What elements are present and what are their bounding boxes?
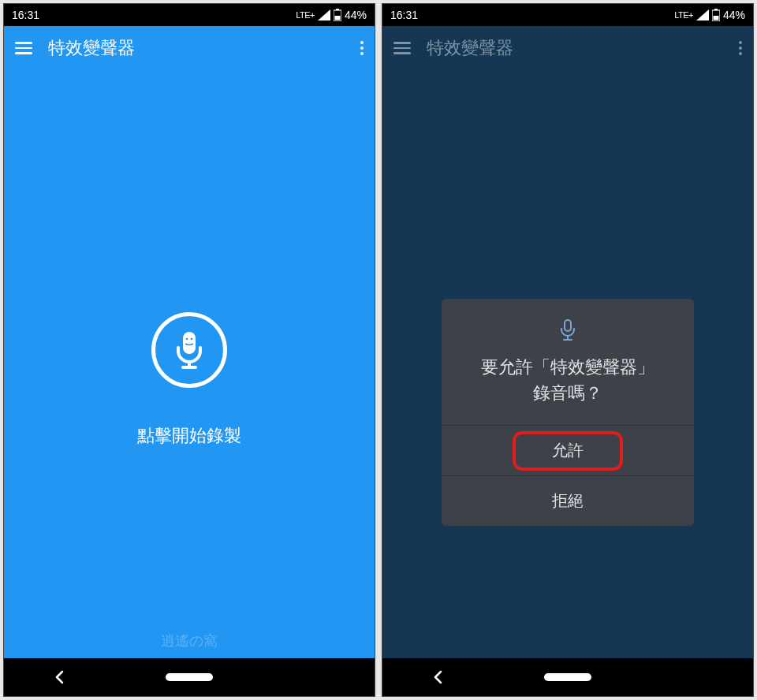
app-title: 特效變聲器 [48,36,345,60]
status-time: 16:31 [390,9,418,21]
microphone-icon [171,330,207,370]
status-right: LTE+ 44% [674,9,745,21]
svg-rect-11 [565,320,571,331]
home-button[interactable] [544,673,591,681]
status-bar: 16:31 LTE+ 44% [382,4,753,26]
back-icon[interactable] [53,670,67,684]
dialog-message-line1: 要允許「特效變聲器」 [481,357,654,377]
status-bar: 16:31 LTE+ 44% [4,4,375,26]
network-label: LTE+ [674,10,693,20]
allow-button[interactable]: 允許 [442,425,694,475]
svg-point-4 [186,338,188,341]
watermark: 逍遙の窩 [161,631,218,650]
app-title: 特效變聲器 [427,36,723,60]
status-time: 16:31 [12,9,39,21]
battery-percent: 44% [345,9,367,21]
svg-rect-1 [336,9,339,10]
allow-label: 允許 [552,441,584,459]
svg-rect-3 [183,332,196,354]
record-button[interactable] [151,312,227,388]
app-bar: 特效變聲器 [382,26,753,70]
deny-label: 拒絕 [552,492,584,509]
svg-rect-2 [334,16,340,20]
svg-rect-9 [714,9,718,10]
deny-button[interactable]: 拒絕 [442,475,694,526]
record-hint: 點擊開始錄製 [137,424,241,448]
svg-rect-10 [713,16,718,20]
permission-dialog: 要允許「特效變聲器」 錄音嗎？ 允許 拒絕 [442,299,694,526]
overflow-menu-icon[interactable] [360,41,364,55]
menu-icon[interactable] [393,42,411,54]
signal-icon [318,9,330,20]
signal-icon [696,9,709,20]
status-right: LTE+ 44% [296,9,367,21]
dialog-message-line2: 錄音嗎？ [533,383,602,403]
svg-point-5 [191,338,193,341]
microphone-icon [559,319,576,341]
phone-screenshot-left: 16:31 LTE+ 44% 特效變聲器 [3,3,375,697]
navigation-bar [382,658,753,696]
network-label: LTE+ [296,10,315,20]
battery-icon [334,9,341,21]
app-body-dimmed: 要允許「特效變聲器」 錄音嗎？ 允許 拒絕 [382,70,753,658]
navigation-bar [4,658,375,696]
battery-percent: 44% [723,9,745,21]
phone-screenshot-right: 16:31 LTE+ 44% 特效變聲器 [382,3,754,697]
menu-icon[interactable] [15,42,32,54]
back-icon[interactable] [431,670,446,684]
dialog-content: 要允許「特效變聲器」 錄音嗎？ [442,299,694,425]
overflow-menu-icon[interactable] [739,41,742,55]
battery-icon [712,9,720,21]
dialog-message: 要允許「特效變聲器」 錄音嗎？ [461,354,675,406]
home-button[interactable] [166,673,213,681]
app-bar: 特效變聲器 [4,26,375,70]
app-body: 點擊開始錄製 逍遙の窩 [4,70,375,658]
